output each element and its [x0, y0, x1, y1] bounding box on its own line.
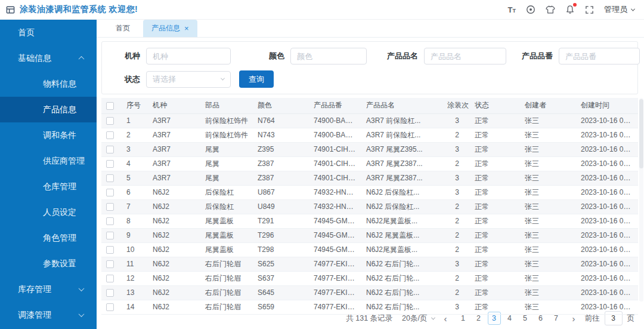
chevron-icon [79, 56, 85, 62]
theme-skin-icon[interactable] [546, 5, 555, 14]
row-checkbox[interactable] [106, 232, 114, 239]
row-checkbox[interactable] [106, 189, 114, 196]
select-all-checkbox[interactable] [106, 102, 114, 110]
search-button[interactable]: 查询 [239, 70, 274, 88]
sidebar-item[interactable]: 库存管理 [0, 276, 97, 302]
tab-home[interactable]: 首页 [107, 20, 138, 37]
table-row: 6 N6J2 后保险杠 U867 74932-HNMP0... N6J2 后保险… [101, 185, 638, 199]
row-checkbox[interactable] [106, 303, 114, 311]
row-checkbox[interactable] [106, 246, 114, 254]
sidebar-item[interactable]: 仓库管理 [0, 174, 97, 199]
cell-product-code: 74932-HNMP0... [309, 185, 361, 199]
cell-product-name: N6J2尾翼盖板... [361, 242, 442, 257]
sidebar-item[interactable]: 角色管理 [0, 225, 97, 251]
sidebar-item[interactable]: 供应商管理 [0, 148, 97, 174]
user-name: 管理员 [604, 4, 627, 15]
table-row: 5 A3R7 尾翼 Z387 74901-CIHK00... A3R7 尾翼Z3… [101, 171, 638, 185]
row-checkbox[interactable] [106, 131, 114, 139]
cell-product-code: 74900-BAHG00... [309, 113, 361, 128]
cell-color: Z387 [253, 156, 309, 171]
page-size-select[interactable]: 20条/页 [402, 313, 434, 324]
cell-machine: N6J2 [148, 285, 200, 300]
row-check-cell [101, 257, 122, 271]
sidebar-item-label: 首页 [18, 27, 35, 38]
cell-product-code: 74977-EKIJM0... [309, 257, 361, 271]
cell-status: 正常 [470, 199, 520, 214]
cell-seq: 14 [122, 300, 148, 314]
sidebar-item-label: 供应商管理 [43, 156, 85, 167]
cell-creator: 张三 [520, 228, 576, 242]
column-header-color: 颜色 [253, 98, 309, 113]
product-name-label: 产品品名 [385, 51, 418, 62]
cell-product-code: 74945-GMLO0... [309, 214, 361, 228]
cell-created-time: 2023-10-16 00:... [576, 257, 638, 271]
row-checkbox[interactable] [106, 203, 114, 211]
cell-machine: N6J2 [148, 257, 200, 271]
close-tab-icon[interactable]: × [184, 24, 189, 32]
cell-product-name: N6J2 右后门轮... [361, 257, 442, 271]
sidebar-item[interactable]: 产品信息 [0, 97, 97, 122]
table-row: 2 A3R7 前保险杠饰件 N743 74900-BAHG00... A3R7 … [101, 128, 638, 142]
cell-product-code: 74945-GMLO0... [309, 228, 361, 242]
cell-product-code: 74932-HNMP0... [309, 199, 361, 214]
cell-creator: 张三 [520, 257, 576, 271]
cell-product-name: A3R7 尾翼Z387... [361, 171, 442, 185]
row-checkbox[interactable] [106, 174, 114, 182]
sidebar-item-label: 基础信息 [18, 53, 51, 64]
cell-color: N764 [253, 113, 309, 128]
sidebar-item[interactable]: 人员设定 [0, 199, 97, 225]
next-page-button[interactable]: › [572, 314, 575, 323]
row-checkbox[interactable] [106, 146, 114, 153]
prev-page-button[interactable]: ‹ [444, 314, 447, 323]
product-code-field: 产品品番 [519, 48, 640, 64]
table-area: 序号 机种 部品 颜色 产品品番 产品品名 涂装次 状态 创建者 创建时间 [101, 98, 638, 310]
app-window: 涂装油漆调和监管系统 欢迎您! TT 管理员 [0, 0, 644, 329]
scrollbar-thumb[interactable] [639, 99, 643, 168]
row-checkbox[interactable] [106, 117, 114, 125]
total-records: 共 131 条记录 [346, 313, 392, 324]
status-select[interactable]: 请选择 [146, 71, 231, 88]
notification-bell-icon[interactable] [565, 5, 575, 14]
row-check-cell [101, 271, 122, 285]
vertical-scrollbar[interactable] [639, 98, 643, 302]
sidebar-item-label: 调漆管理 [18, 310, 51, 321]
tab-home-label: 首页 [116, 23, 130, 33]
table-row: 4 A3R7 尾翼 Z387 74901-CIHK00... A3R7 尾翼Z3… [101, 156, 638, 171]
cell-status: 正常 [470, 128, 520, 142]
chevron-icon [79, 311, 85, 317]
sidebar-item[interactable]: 参数设置 [0, 251, 97, 276]
sidebar-item[interactable]: 调漆管理 [0, 302, 97, 328]
user-menu[interactable]: 管理员 [604, 4, 634, 15]
cell-product-code: 74901-CIHK00... [309, 171, 361, 185]
product-code-input[interactable] [559, 48, 640, 64]
row-checkbox[interactable] [106, 260, 114, 268]
table-row: 8 N6J2 尾翼盖板 T291 74945-GMLO0... N6J2尾翼盖板… [101, 214, 638, 228]
sidebar-item[interactable]: 首页 [0, 20, 97, 45]
cell-part: 尾翼 [200, 142, 253, 156]
row-checkbox[interactable] [106, 289, 114, 297]
cell-color: U849 [253, 199, 309, 214]
row-checkbox[interactable] [106, 217, 114, 225]
row-checkbox[interactable] [106, 160, 114, 168]
help-icon[interactable] [526, 5, 535, 14]
cell-machine: A3R7 [148, 156, 200, 171]
table-row: 13 N6J2 右后门轮眉 S645 74977-EKIJM0... N6J2 … [101, 285, 638, 300]
machine-type-field: 机种 [115, 48, 231, 64]
color-input[interactable] [290, 48, 367, 64]
tabbar: 首页 产品信息 × [97, 20, 644, 38]
cell-paint-times: 2 [442, 285, 470, 300]
product-name-input[interactable] [424, 48, 506, 64]
sidebar-item[interactable]: 物料信息 [0, 71, 97, 97]
machine-type-input[interactable] [146, 48, 231, 64]
sidebar-item[interactable]: 基础信息 [0, 45, 97, 71]
tab-product-info[interactable]: 产品信息 × [143, 20, 197, 37]
fullscreen-icon[interactable] [585, 5, 594, 14]
sidebar-item[interactable]: 调和条件 [0, 122, 97, 148]
product-name-field: 产品品名 [385, 48, 506, 64]
cell-product-name: N6J2 右后门轮... [361, 285, 442, 300]
font-size-icon[interactable]: TT [508, 6, 516, 14]
cell-status: 正常 [470, 171, 520, 185]
sidebar-item-label: 人员设定 [43, 207, 76, 218]
cell-created-time: 2023-10-16 00:... [576, 128, 638, 142]
row-checkbox[interactable] [106, 275, 114, 282]
